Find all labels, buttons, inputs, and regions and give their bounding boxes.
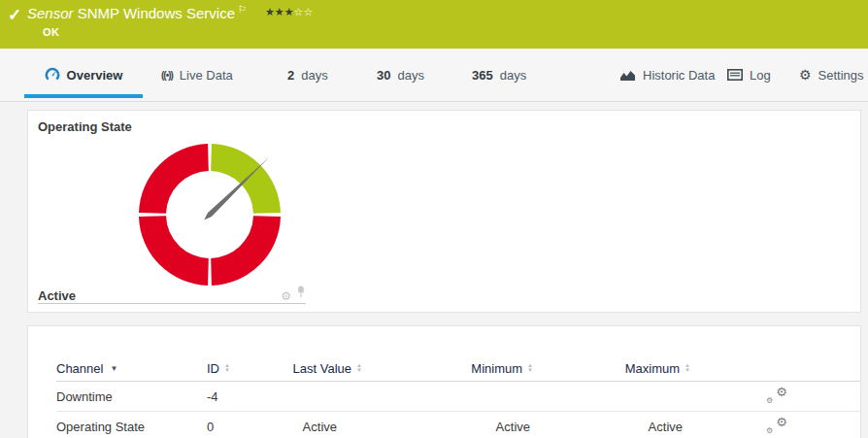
tab-number: 2 — [287, 68, 294, 83]
column-header-channel[interactable]: Channel ▼ — [56, 361, 207, 376]
gauge-segment-error — [211, 216, 281, 286]
gauge-panel: Operating State Active ⚙ — [27, 110, 861, 313]
table-row-downtime: Downtime -4 ⚙ ⚙ — [56, 382, 860, 412]
gauge-title: Operating State — [38, 119, 132, 134]
pushpin-icon[interactable] — [296, 285, 306, 302]
sensor-name: SNMP Windows Service — [78, 5, 235, 21]
tab-label: Live Data — [180, 68, 233, 83]
tab-historic-data[interactable]: Historic Data — [619, 49, 715, 101]
channel-name: Downtime — [56, 389, 207, 404]
gauge-segment-error — [139, 216, 209, 286]
gear-icon: ⚙ — [799, 68, 812, 82]
area-chart-icon — [619, 69, 636, 82]
status-badge: OK — [43, 26, 60, 38]
gauge-footer-icons: ⚙ — [281, 285, 306, 303]
sensor-type-label: Sensor — [27, 5, 74, 21]
column-header-id[interactable]: ID ▲▼ — [207, 361, 294, 376]
sort-icon: ▲▼ — [684, 363, 690, 373]
tab-overview[interactable]: Overview — [24, 49, 143, 101]
star-empty-icons[interactable]: ☆☆ — [294, 6, 314, 17]
star-filled-icons[interactable]: ★★★ — [265, 6, 294, 17]
status-ok-check-icon: ✓ — [8, 5, 21, 25]
channel-name: Operating State — [56, 420, 207, 434]
operating-state-gauge — [132, 137, 287, 292]
sensor-header: ✓ Sensor SNMP Windows Service⚐ ★★★☆☆ OK — [0, 0, 868, 49]
tab-label: Historic Data — [643, 68, 715, 83]
tab-30-days[interactable]: 30 days — [377, 49, 424, 101]
tab-label: Settings — [818, 68, 864, 83]
gauge-icon — [45, 67, 60, 83]
gauge-segment-error — [139, 144, 209, 214]
column-header-minimum[interactable]: Minimum ▲▼ — [362, 361, 533, 376]
channels-table-header: Channel ▼ ID ▲▼ Last Value ▲▼ Minimum ▲▼… — [56, 355, 860, 382]
tab-live-data[interactable]: ((•)) Live Data — [161, 49, 233, 101]
column-header-maximum[interactable]: Maximum ▲▼ — [533, 361, 690, 376]
sort-icon: ▲▼ — [224, 363, 230, 373]
priority-stars[interactable]: ★★★☆☆ — [265, 6, 313, 18]
active-tab-underline — [24, 94, 143, 98]
tab-2-days[interactable]: 2 days — [287, 49, 328, 101]
tab-number: 30 — [377, 68, 390, 83]
tab-number: 365 — [472, 68, 493, 83]
tab-label: days — [397, 68, 423, 83]
gauge-footer: Active ⚙ — [38, 282, 306, 304]
flag-icon[interactable]: ⚐ — [238, 4, 247, 15]
channel-last-value: Active — [294, 420, 362, 434]
tab-label: days — [301, 68, 327, 83]
sensor-title: Sensor SNMP Windows Service⚐ — [27, 4, 247, 21]
prtg-sensor-page: ✓ Sensor SNMP Windows Service⚐ ★★★☆☆ OK … — [0, 0, 868, 438]
log-icon — [727, 69, 743, 81]
channel-id: 0 — [207, 420, 294, 434]
tab-log[interactable]: Log — [727, 49, 771, 101]
table-row-operating-state: Operating State 0 Active Active Active ⚙… — [56, 412, 860, 438]
tab-bar: Overview ((•)) Live Data 2 days 30 days … — [0, 49, 868, 102]
sort-desc-icon: ▼ — [110, 364, 117, 373]
tab-365-days[interactable]: 365 days — [472, 49, 526, 101]
channel-id: -4 — [207, 389, 294, 404]
tab-settings[interactable]: ⚙ Settings — [799, 49, 864, 101]
live-data-icon: ((•)) — [161, 70, 173, 81]
gear-icon[interactable]: ⚙ — [281, 290, 291, 302]
tab-label: days — [500, 68, 526, 83]
channel-settings-gears-icon[interactable]: ⚙ ⚙ — [766, 387, 787, 405]
channels-panel: Channel ▼ ID ▲▼ Last Value ▲▼ Minimum ▲▼… — [27, 325, 861, 438]
channel-maximum: Active — [533, 420, 690, 434]
tab-label: Log — [750, 68, 771, 83]
tab-label: Overview — [67, 68, 123, 83]
channel-minimum: Active — [362, 420, 533, 434]
column-header-last-value[interactable]: Last Value ▲▼ — [294, 361, 362, 376]
gauge-value-label: Active — [38, 288, 76, 303]
channel-settings-gears-icon[interactable]: ⚙ ⚙ — [766, 418, 787, 435]
